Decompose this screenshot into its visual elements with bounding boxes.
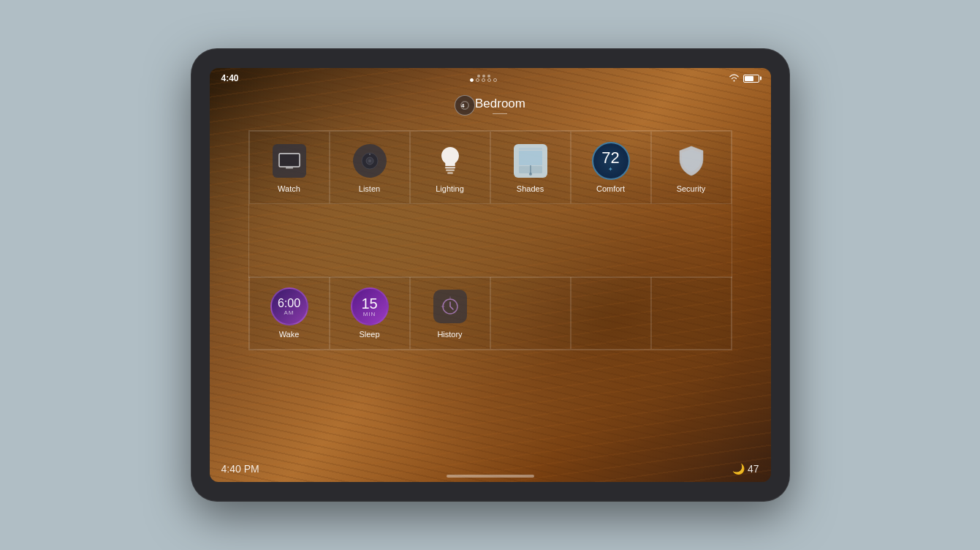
temperature-value: 47 (748, 463, 759, 475)
comfort-temp-value: 72 (601, 150, 619, 166)
empty-cell-2 (571, 276, 651, 350)
screen: 4:40 (210, 68, 771, 482)
svg-rect-8 (446, 170, 455, 172)
sleep-num-value: 15 (361, 296, 377, 311)
wifi-icon (729, 74, 740, 83)
comfort-cell[interactable]: 72 ✦ Comfort (571, 131, 651, 204)
shades-cell[interactable]: Shades (490, 131, 571, 204)
status-right (729, 74, 759, 83)
tablet-device: 4:40 (191, 48, 790, 502)
page-dot-4 (487, 78, 491, 82)
svg-rect-7 (445, 167, 455, 169)
svg-point-6 (369, 154, 371, 155)
tv-icon (273, 144, 306, 178)
sleep-icon-container: 15 MIN (351, 287, 389, 325)
lighting-label: Lighting (436, 184, 464, 193)
wake-icon-container: 6:00 AM (270, 287, 308, 325)
sleep-sub-label: MIN (363, 311, 376, 317)
security-icon-container (672, 142, 710, 180)
svg-rect-10 (519, 148, 542, 150)
lighting-cell[interactable]: Lighting (410, 131, 490, 204)
svg-point-5 (368, 159, 371, 162)
dot3 (487, 75, 490, 78)
bulb-icon (433, 144, 467, 178)
status-center (470, 75, 497, 82)
security-cell[interactable]: Security (651, 131, 732, 204)
page-indicator (470, 78, 497, 82)
dot1 (477, 75, 480, 78)
watch-cell[interactable]: Watch (249, 131, 330, 204)
wake-label: Wake (279, 330, 300, 339)
shades-icon-container (512, 142, 550, 180)
alarm-icon: 6:00 AM (270, 287, 308, 325)
wake-time-value: 6:00 (278, 298, 300, 309)
svg-text:4: 4 (461, 102, 465, 109)
battery-icon (743, 75, 759, 83)
sleep-label: Sleep (359, 330, 379, 339)
title-block: Bedroom (475, 97, 525, 114)
history-cell[interactable]: History (410, 276, 490, 350)
app-title: Bedroom (475, 97, 525, 111)
status-bar: 4:40 (210, 68, 771, 88)
bottom-right: 🌙 47 (732, 463, 759, 475)
app-header: 4 Bedroom (210, 88, 771, 121)
lighting-icon-container (431, 142, 469, 180)
shades-label: Shades (517, 184, 544, 193)
listen-label: Listen (359, 184, 380, 193)
thermostat-icon: 72 ✦ (592, 142, 630, 180)
speaker-icon (353, 144, 387, 178)
moon-icon: 🌙 (732, 463, 745, 475)
security-label: Security (677, 184, 706, 193)
bottom-time: 4:40 PM (221, 463, 259, 475)
status-time: 4:40 (221, 73, 239, 83)
listen-cell[interactable]: Listen (330, 131, 410, 204)
svg-rect-1 (279, 154, 300, 167)
battery-fill (745, 76, 754, 81)
c4-logo[interactable]: 4 (455, 95, 475, 116)
listen-icon-container (351, 142, 389, 180)
page-dot-1 (470, 78, 474, 82)
bottom-bar: 4:40 PM 🌙 47 (210, 445, 771, 482)
watch-label: Watch (278, 184, 300, 193)
empty-cell-3 (651, 276, 732, 350)
svg-rect-2 (286, 167, 293, 169)
title-underline (493, 113, 507, 114)
wake-sub-label: AM (284, 309, 295, 316)
grid-row2: 6:00 AM Wake 15 MIN Sleep (248, 276, 732, 350)
comfort-icon-container: 72 ✦ (592, 142, 630, 180)
dot2 (482, 75, 485, 78)
shield-icon (675, 144, 708, 178)
shades-icon (514, 144, 547, 178)
grid-row1: Watch Listen (248, 130, 732, 278)
empty-cell-1 (490, 276, 571, 350)
page-dot-5 (493, 78, 497, 82)
svg-point-14 (529, 173, 532, 176)
svg-rect-9 (447, 172, 453, 174)
history-icon (433, 290, 467, 323)
wake-cell[interactable]: 6:00 AM Wake (249, 276, 330, 350)
status-dots (477, 75, 490, 78)
page-dot-3 (482, 78, 485, 82)
comfort-star: ✦ (608, 166, 613, 173)
history-label: History (437, 330, 462, 339)
comfort-label: Comfort (596, 184, 625, 193)
watch-icon-container (270, 142, 308, 180)
page-dot-2 (476, 78, 479, 82)
sleep-icon: 15 MIN (351, 287, 389, 325)
history-icon-container (431, 287, 469, 325)
sleep-cell[interactable]: 15 MIN Sleep (330, 276, 410, 350)
svg-rect-11 (519, 151, 542, 165)
